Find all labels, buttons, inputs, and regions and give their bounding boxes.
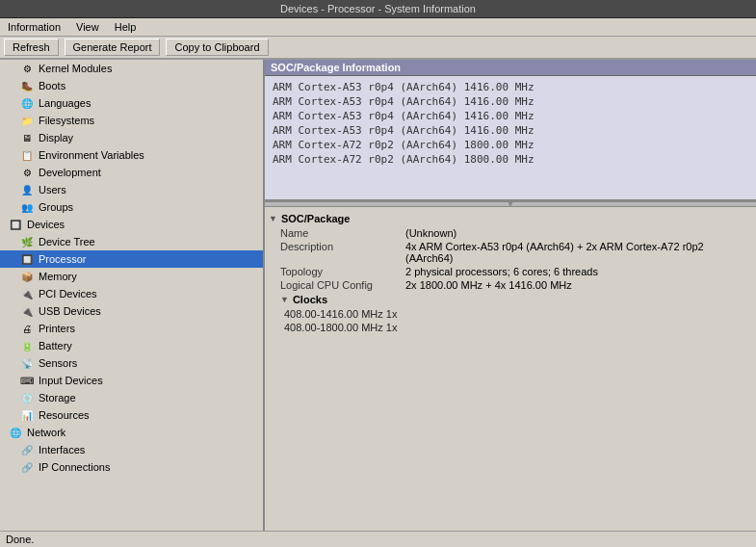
memory-icon: 📦 [19, 270, 35, 283]
clock-entry-1: 408.00-1800.00 MHz 1x [284, 321, 756, 334]
resources-icon: 📊 [19, 408, 35, 422]
sidebar-label-kernel-modules: Kernel Modules [39, 63, 112, 74]
battery-icon: 🔋 [19, 339, 35, 352]
sidebar-item-battery[interactable]: 🔋Battery [0, 337, 263, 354]
sidebar-label-development: Development [39, 167, 101, 178]
menu-help[interactable]: Help [111, 20, 141, 34]
sidebar-item-network[interactable]: 🌐Network [0, 424, 263, 441]
printers-icon: 🖨 [19, 322, 35, 335]
sidebar-item-boots[interactable]: 🥾Boots [0, 77, 263, 94]
window-title: Devices - Processor - System Information [280, 3, 476, 14]
sidebar-item-usb-devices[interactable]: 🔌USB Devices [0, 302, 263, 320]
sidebar-label-pci-devices: PCI Devices [39, 288, 97, 300]
kernel-modules-icon: ⚙ [19, 62, 35, 75]
sidebar-item-processor[interactable]: 🔲Processor [0, 250, 263, 268]
sidebar-item-resources[interactable]: 📊Resources [0, 406, 263, 424]
sidebar-item-memory[interactable]: 📦Memory [0, 268, 263, 285]
sidebar-item-languages[interactable]: 🌐Languages [0, 94, 263, 112]
sidebar-item-input-devices[interactable]: ⌨Input Devices [0, 372, 263, 389]
app-window: Devices - Processor - System Information… [0, 0, 756, 547]
ip-connections-icon: 🔗 [19, 460, 35, 474]
sidebar-label-network: Network [27, 427, 65, 438]
sidebar-item-sensors[interactable]: 📡Sensors [0, 354, 263, 372]
clocks-section-header[interactable]: ▼ Clocks [265, 292, 756, 307]
sidebar-item-ip-connections[interactable]: 🔗IP Connections [0, 458, 263, 476]
detail-row-2: Topology2 physical processors; 6 cores; … [265, 265, 756, 278]
title-bar: Devices - Processor - System Information [0, 0, 756, 18]
sidebar-label-device-tree: Device Tree [39, 236, 95, 247]
detail-rows: Name(Unknown)Description4x ARM Cortex-A5… [265, 226, 756, 292]
sidebar-item-storage[interactable]: 💿Storage [0, 389, 263, 406]
copy-clipboard-button[interactable]: Copy to Clipboard [166, 39, 268, 56]
sidebar-item-users[interactable]: 👤Users [0, 181, 263, 198]
sidebar-label-devices: Devices [27, 219, 65, 230]
languages-icon: 🌐 [19, 96, 35, 110]
main-area: ⚙Kernel Modules🥾Boots🌐Languages📁Filesyst… [0, 60, 756, 531]
detail-label-2: Topology [280, 266, 405, 277]
sidebar-label-printers: Printers [39, 323, 75, 334]
sidebar-item-interfaces[interactable]: 🔗Interfaces [0, 441, 263, 458]
sidebar-label-groups: Groups [39, 201, 73, 213]
sidebar-item-devices[interactable]: 🔲Devices [0, 216, 263, 233]
sidebar-label-battery: Battery [39, 340, 72, 352]
sidebar-label-boots: Boots [39, 80, 65, 91]
sidebar-label-input-devices: Input Devices [39, 375, 103, 386]
refresh-button[interactable]: Refresh [4, 39, 59, 56]
sidebar-label-resources: Resources [39, 409, 90, 421]
sidebar-label-usb-devices: USB Devices [39, 305, 101, 317]
menu-view[interactable]: View [72, 20, 103, 34]
sidebar-label-interfaces: Interfaces [39, 444, 85, 456]
detail-value-0: (Unknown) [405, 227, 741, 239]
interfaces-icon: 🔗 [19, 443, 35, 456]
sidebar-item-display[interactable]: 🖥Display [0, 129, 263, 146]
sidebar-label-processor: Processor [39, 253, 87, 265]
menu-bar: Information View Help [0, 18, 756, 37]
usb-devices-icon: 🔌 [19, 304, 35, 318]
sidebar-label-display: Display [39, 132, 73, 143]
toolbar: Refresh Generate Report Copy to Clipboar… [0, 37, 756, 60]
sidebar-label-sensors: Sensors [39, 357, 77, 369]
clock-entry-0: 408.00-1416.00 MHz 1x [284, 307, 756, 321]
detail-label-1: Description [280, 241, 405, 252]
soc-package-section-header[interactable]: ▼ SOC/Package [265, 211, 756, 226]
sidebar-item-kernel-modules[interactable]: ⚙Kernel Modules [0, 60, 263, 77]
sidebar-item-printers[interactable]: 🖨Printers [0, 320, 263, 337]
content-pane: SOC/Package Information ARM Cortex-A53 r… [265, 60, 756, 531]
status-text: Done. [6, 534, 34, 545]
network-icon: 🌐 [8, 426, 23, 439]
display-icon: 🖥 [19, 131, 35, 144]
soc-info-header: SOC/Package Information [265, 60, 756, 76]
pci-devices-icon: 🔌 [19, 287, 35, 300]
detail-value-2: 2 physical processors; 6 cores; 6 thread… [405, 266, 741, 277]
sidebar-label-users: Users [39, 184, 66, 195]
sidebar-item-filesystems[interactable]: 📁Filesystems [0, 112, 263, 129]
sidebar-label-storage: Storage [39, 392, 76, 404]
detail-row-3: Logical CPU Config2x 1800.00 MHz + 4x 14… [265, 278, 756, 292]
sidebar-label-env-variables: Environment Variables [39, 149, 144, 161]
sidebar-item-device-tree[interactable]: 🌿Device Tree [0, 233, 263, 250]
sidebar-label-filesystems: Filesystems [39, 115, 94, 126]
users-icon: 👤 [19, 183, 35, 196]
sidebar-item-pci-devices[interactable]: 🔌PCI Devices [0, 285, 263, 302]
storage-icon: 💿 [19, 391, 35, 404]
detail-row-1: Description4x ARM Cortex-A53 r0p4 (AArch… [265, 240, 756, 265]
sidebar-item-env-variables[interactable]: 📋Environment Variables [0, 146, 263, 164]
filesystems-icon: 📁 [19, 114, 35, 127]
generate-report-button[interactable]: Generate Report [65, 39, 161, 56]
sidebar-item-groups[interactable]: 👥Groups [0, 198, 263, 216]
sidebar: ⚙Kernel Modules🥾Boots🌐Languages📁Filesyst… [0, 60, 265, 531]
development-icon: ⚙ [19, 166, 35, 179]
groups-icon: 👥 [19, 200, 35, 214]
sensors-icon: 📡 [19, 356, 35, 370]
cpu-entry-1: ARM Cortex-A53 r0p4 (AArch64) 1416.00 MH… [273, 94, 748, 109]
detail-value-3: 2x 1800.00 MHz + 4x 1416.00 MHz [405, 279, 741, 291]
env-variables-icon: 📋 [19, 148, 35, 162]
detail-row-0: Name(Unknown) [265, 226, 756, 240]
sidebar-item-development[interactable]: ⚙Development [0, 164, 263, 181]
cpu-entry-3: ARM Cortex-A53 r0p4 (AArch64) 1416.00 MH… [273, 123, 748, 138]
detail-label-3: Logical CPU Config [280, 279, 405, 291]
detail-value-1: 4x ARM Cortex-A53 r0p4 (AArch64) + 2x AR… [405, 241, 741, 264]
menu-information[interactable]: Information [4, 20, 65, 34]
clock-rows: 408.00-1416.00 MHz 1x408.00-1800.00 MHz … [265, 307, 756, 334]
detail-label-0: Name [280, 227, 405, 239]
